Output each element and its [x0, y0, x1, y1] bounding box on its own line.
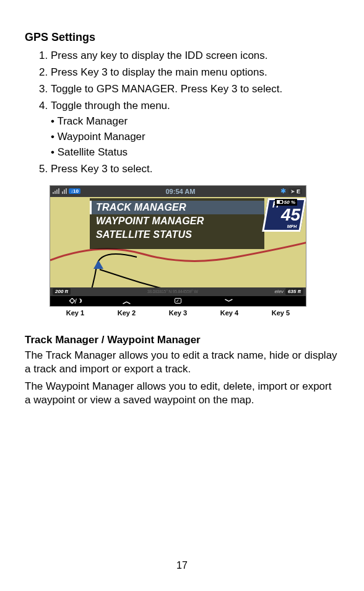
- soft-key-4[interactable]: ﹀: [204, 297, 255, 305]
- device-screenshot: ↓10 09:54 AM ✱ ➤ E TRACK MANAGER WAYPOIN…: [50, 185, 339, 317]
- subsection-heading: Track Manager / Waypoint Manager: [25, 334, 339, 346]
- compass-direction: E: [297, 188, 300, 195]
- check-icon: ✓: [175, 298, 181, 304]
- steps-list: Press any key to display the IDD screen …: [25, 49, 339, 177]
- coordinates: 38.083815° N 95.844559° W: [71, 289, 275, 294]
- step-4: Toggle through the menu. Track Manager W…: [51, 99, 339, 160]
- sun-icon: [70, 299, 74, 303]
- chevron-down-icon: ﹀: [225, 297, 233, 305]
- step-4-text: Toggle through the menu.: [51, 100, 170, 112]
- menu-waypoint-manager[interactable]: WAYPOINT MANAGER: [90, 214, 264, 228]
- key-1-label: Key 1: [50, 309, 101, 317]
- status-right: ✱ ➤ E: [280, 187, 306, 195]
- compass-chip: ➤ E: [288, 188, 302, 195]
- soft-key-2[interactable]: ︿: [102, 297, 153, 305]
- satellite-bars-icon: [62, 188, 67, 194]
- battery-percent: 50 %: [284, 199, 295, 205]
- status-bar: ↓10 09:54 AM ✱ ➤ E: [50, 186, 306, 197]
- key-3-label: Key 3: [152, 309, 204, 317]
- info-bar: 200 ft 38.083815° N 95.844559° W elev 63…: [50, 287, 306, 296]
- step-1: Press any key to display the IDD screen …: [51, 49, 339, 63]
- menu-satellite-status[interactable]: SATELLITE STATUS: [90, 228, 264, 242]
- elevation-value: 635 ft: [285, 288, 303, 295]
- key-labels-row: Key 1 Key 2 Key 3 Key 4 Key 5: [50, 307, 306, 317]
- sub-satellite-status: Satellite Status: [51, 146, 339, 160]
- clock: 09:54 AM: [80, 188, 280, 195]
- chevron-up-icon: ︿: [123, 297, 131, 305]
- key-2-label: Key 2: [101, 309, 152, 317]
- step-3: Toggle to GPS MANAGER. Press Key 3 to se…: [51, 82, 339, 97]
- section-heading: GPS Settings: [25, 31, 339, 44]
- soft-key-1[interactable]: /: [50, 297, 102, 305]
- menu-track-manager[interactable]: TRACK MANAGER: [90, 201, 264, 214]
- page-number: 17: [0, 560, 364, 571]
- plane-icon: ➤: [290, 188, 295, 195]
- sub-track-manager: Track Manager: [51, 115, 339, 129]
- position-marker-icon: [93, 260, 103, 269]
- paragraph-2: The Waypoint Manager allows you to edit,…: [25, 380, 339, 407]
- map-scale: 200 ft: [53, 288, 71, 295]
- temperature-value: 10: [73, 188, 79, 194]
- step-4-sublist: Track Manager Waypoint Manager Satellite…: [51, 115, 339, 160]
- step-5: Press Key 3 to select.: [51, 162, 339, 177]
- device-screen: ↓10 09:54 AM ✱ ➤ E TRACK MANAGER WAYPOIN…: [50, 185, 306, 307]
- sub-waypoint-manager: Waypoint Manager: [51, 130, 339, 144]
- soft-key-bar: / ︿ ✓ ﹀: [50, 296, 306, 306]
- key-4-label: Key 4: [204, 309, 255, 317]
- status-left: ↓10: [50, 188, 80, 194]
- elevation-label: elev: [274, 289, 284, 294]
- speed-unit: MPH: [287, 224, 297, 229]
- battery-icon: [277, 200, 283, 204]
- step-2: Press Key 3 to display the main menu opt…: [51, 66, 339, 80]
- paragraph-1: The Track Manager allows you to edit a t…: [25, 349, 339, 376]
- gps-menu: TRACK MANAGER WAYPOINT MANAGER SATELLITE…: [90, 198, 264, 249]
- battery-badge: 50 %: [275, 199, 297, 206]
- key-5-label: Key 5: [255, 309, 306, 317]
- temperature-badge: ↓10: [69, 188, 80, 194]
- moon-icon: [77, 299, 82, 303]
- soft-key-3[interactable]: ✓: [152, 298, 204, 304]
- brightness-toggle-icon: /: [70, 297, 82, 305]
- signal-bars-icon: [53, 188, 60, 194]
- bluetooth-icon: ✱: [280, 187, 286, 195]
- speed-value: 45: [281, 206, 300, 224]
